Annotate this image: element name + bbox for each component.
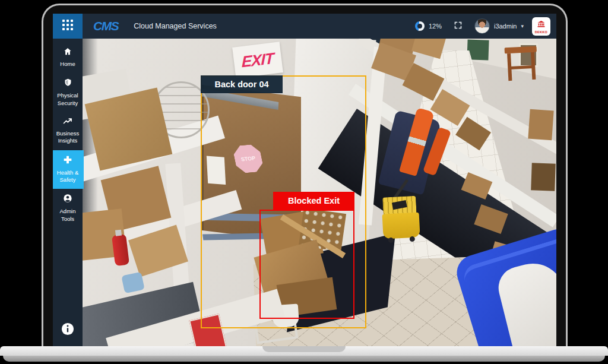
alert-label: Blocked Exit [273,192,354,210]
bank-icon [537,19,545,30]
sidebar-item-label: Admin Tools [53,208,83,223]
info-icon [61,322,74,338]
sidebar-item-admin-tools[interactable]: Admin Tools [53,189,84,228]
app-launcher-button[interactable] [53,14,83,39]
laptop-base-edge [3,356,605,362]
home-icon [63,47,72,58]
chevron-down-icon: ▾ [521,23,524,29]
scene-mop-bucket [381,192,422,245]
camera-feed: STOP EXIT [83,39,556,346]
scene-box [528,109,553,141]
progress-ring-icon [415,21,425,31]
shield-icon [64,78,72,90]
fullscreen-button[interactable] [454,21,463,32]
sidebar-item-label: Health & Safety [53,169,83,184]
user-menu[interactable]: i3admin ▾ [474,18,524,34]
avatar [474,18,490,34]
alert-bounding-box [259,210,354,319]
laptop-base-notch [262,346,346,352]
exit-sign: EXIT [232,42,283,78]
sidebar-item-label: Business Insights [53,130,83,145]
info-button[interactable] [61,322,74,338]
user-name: i3admin [494,23,517,30]
fullscreen-icon [454,21,463,32]
scene-box [411,39,446,59]
scene-wooden-table [505,46,539,83]
brand-name: DEKKO [535,30,547,34]
sidebar-item-business-insights[interactable]: Business Insights [53,112,84,150]
zone-label: Back door 04 [201,75,283,93]
sidebar-item-physical-security[interactable]: Physical Security [53,73,84,112]
sync-status: 12% [415,21,442,31]
sidebar-item-label: Home [60,61,75,68]
exit-sign-text: EXIT [242,49,274,71]
sidebar-nav: Home Physical Security Business Insights [53,39,83,346]
sidebar-item-label: Physical Security [53,92,83,107]
app-window: CMS Cloud Managed Services 12% i3admin ▾ [53,14,556,346]
brand-logo: DEKKO [532,17,550,36]
grid-icon [62,20,73,33]
sidebar-item-health-safety[interactable]: Health & Safety [53,150,84,189]
sidebar-item-home[interactable]: Home [53,42,84,73]
cms-logo: CMS [93,19,118,33]
scene-blue-jug [121,272,144,293]
admin-user-icon [63,194,72,205]
health-plus-icon [63,155,72,167]
laptop-screen-frame: CMS Cloud Managed Services 12% i3admin ▾ [42,4,568,346]
app-header: CMS Cloud Managed Services 12% i3admin ▾ [53,14,556,39]
page-title: Cloud Managed Services [134,22,217,30]
insights-icon [63,117,73,128]
sync-percent: 12% [429,23,442,30]
scene-box [531,163,556,191]
